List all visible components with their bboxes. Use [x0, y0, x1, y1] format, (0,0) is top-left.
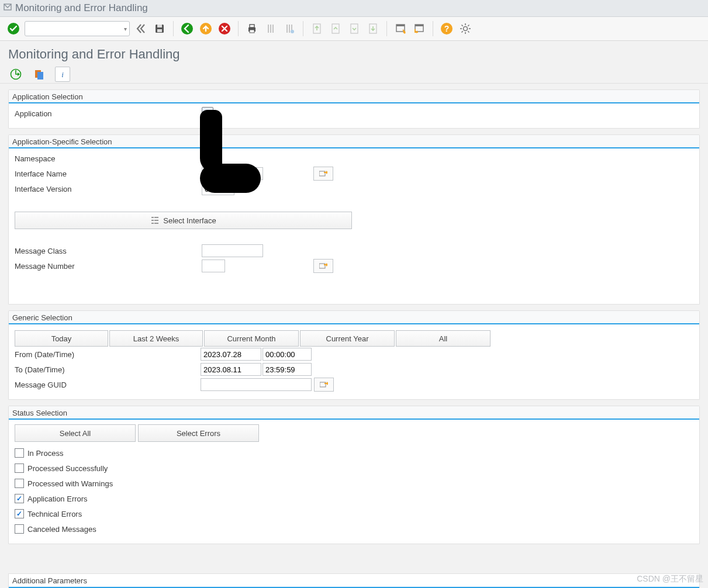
select-all-button[interactable]: Select All [15, 424, 136, 442]
svg-rect-36 [37, 72, 43, 79]
namespace-label: Namespace [15, 154, 202, 163]
from-date-input[interactable] [201, 348, 261, 361]
interface-version-input[interactable] [202, 182, 234, 195]
checkbox-icon[interactable] [15, 479, 24, 488]
svg-text:?: ? [444, 24, 450, 33]
svg-rect-38 [205, 110, 210, 112]
enter-button[interactable] [6, 21, 21, 36]
checkbox-icon[interactable] [15, 448, 24, 458]
message-number-input[interactable] [202, 260, 225, 272]
main-toolbar: ▾ ? [0, 17, 708, 41]
today-button[interactable]: Today [15, 330, 108, 347]
guid-input[interactable] [201, 378, 312, 391]
section-application-selection: Application Selection Application [8, 89, 700, 129]
page-title: Monitoring and Error Handling [0, 41, 708, 65]
select-errors-button[interactable]: Select Errors [138, 424, 259, 442]
status-label: In Process [27, 449, 63, 458]
section-status-selection: Status Selection Select All Select Error… [8, 406, 700, 544]
status-in-process-row[interactable]: In Process [15, 445, 693, 461]
execute-button[interactable] [8, 67, 23, 82]
svg-rect-4 [157, 29, 162, 32]
svg-marker-46 [327, 382, 328, 385]
save-button[interactable] [152, 21, 167, 36]
back-button[interactable] [179, 21, 195, 36]
svg-rect-10 [250, 30, 254, 33]
page-action-bar: i [0, 65, 708, 84]
prev-page-button[interactable] [328, 21, 343, 36]
status-label: Application Errors [27, 494, 88, 503]
section-header: Generic Selection [9, 311, 699, 324]
section-app-specific-selection: Application-Specific Selection Namespace… [8, 134, 700, 305]
find-next-button[interactable] [282, 21, 297, 36]
all-button[interactable]: All [396, 330, 491, 347]
to-time-input[interactable] [263, 363, 312, 376]
message-number-multi-button[interactable] [313, 259, 333, 273]
toolbar-separator [173, 21, 174, 36]
interface-version-label: Interface Version [15, 185, 202, 193]
message-class-label: Message Class [15, 247, 202, 255]
next-page-button[interactable] [347, 21, 362, 36]
svg-rect-3 [157, 25, 162, 27]
svg-point-11 [291, 30, 294, 33]
svg-marker-42 [326, 171, 327, 174]
status-processed-warn-row[interactable]: Processed with Warnings [15, 476, 693, 491]
select-interface-label: Select Interface [163, 216, 216, 225]
svg-rect-14 [351, 24, 358, 33]
status-label: Processed with Warnings [27, 479, 113, 488]
svg-line-30 [468, 31, 469, 32]
status-label: Technical Errors [27, 510, 82, 518]
status-label: Canceled Messages [27, 525, 96, 534]
checkbox-icon[interactable] [15, 509, 24, 518]
toolbar-separator [303, 21, 303, 36]
cancel-button[interactable] [217, 21, 232, 36]
svg-rect-39 [205, 113, 210, 115]
svg-rect-13 [332, 24, 339, 33]
interface-name-input[interactable] [202, 167, 263, 180]
checkbox-icon[interactable] [15, 524, 24, 534]
application-value-help[interactable] [202, 107, 213, 120]
message-number-label: Message Number [15, 262, 202, 271]
checkbox-icon[interactable] [15, 464, 24, 473]
status-tech-errors-row[interactable]: Technical Errors [15, 506, 693, 521]
svg-line-29 [462, 25, 463, 26]
to-date-input[interactable] [201, 363, 261, 376]
variants-button[interactable] [32, 67, 47, 82]
toolbar-separator [433, 21, 433, 36]
svg-rect-17 [396, 25, 405, 26]
current-month-button[interactable]: Current Month [204, 330, 299, 347]
section-additional-parameters: Additional Parameters [8, 573, 700, 588]
settings-button[interactable] [458, 21, 473, 36]
svg-text:i: i [61, 70, 64, 79]
message-class-input[interactable] [202, 244, 263, 257]
status-app-errors-row[interactable]: Application Errors [15, 491, 693, 506]
checkbox-icon[interactable] [15, 494, 24, 503]
status-canceled-row[interactable]: Canceled Messages [15, 521, 693, 537]
last-2-weeks-button[interactable]: Last 2 Weeks [109, 330, 203, 347]
toolbar-separator [238, 21, 239, 36]
select-interface-button[interactable]: Select Interface [15, 212, 352, 229]
info-button[interactable]: i [55, 67, 70, 82]
guid-multi-button[interactable] [314, 378, 334, 392]
new-session-button[interactable] [393, 21, 408, 36]
first-page-button[interactable] [309, 21, 324, 36]
help-button[interactable]: ? [439, 21, 454, 36]
shortcut-button[interactable] [412, 21, 427, 36]
svg-point-5 [181, 23, 193, 34]
current-year-button[interactable]: Current Year [300, 330, 395, 347]
from-time-input[interactable] [263, 348, 312, 361]
section-header: Application Selection [9, 90, 699, 103]
exit-button[interactable] [198, 21, 213, 36]
last-page-button[interactable] [365, 21, 381, 36]
command-field[interactable]: ▾ [25, 21, 130, 36]
interface-name-multi-button[interactable] [313, 167, 333, 181]
quick-range-bar: Today Last 2 Weeks Current Month Current… [15, 330, 693, 347]
application-label: Application [15, 109, 202, 118]
guid-label: Message GUID [15, 381, 201, 389]
print-button[interactable] [244, 21, 260, 36]
svg-rect-20 [415, 25, 423, 26]
back-all-button[interactable] [133, 21, 148, 36]
find-button[interactable] [263, 21, 278, 36]
window-icon [4, 2, 12, 14]
status-processed-ok-row[interactable]: Processed Successfully [15, 461, 693, 476]
from-label: From (Date/Time) [15, 350, 201, 359]
